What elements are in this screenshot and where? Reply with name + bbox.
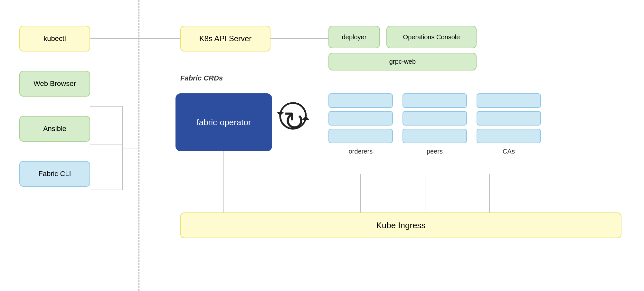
- ansible-box: Ansible: [19, 116, 90, 142]
- grpc-web-box: grpc-web: [328, 53, 477, 70]
- peers-box-1: [402, 93, 467, 108]
- kube-ingress-label: Kube Ingress: [376, 221, 425, 230]
- fabric-crds-label: Fabric CRDs: [180, 74, 223, 82]
- peers-box-2: [402, 111, 467, 126]
- fabric-cli-label: Fabric CLI: [38, 170, 71, 178]
- orderers-stack: orderers: [328, 93, 393, 155]
- cas-box-1: [477, 93, 541, 108]
- diagram-container: kubectl Web Browser Ansible Fabric CLI K…: [0, 0, 644, 291]
- deployer-label: deployer: [342, 33, 367, 41]
- peers-stack: peers: [402, 93, 467, 155]
- web-browser-box: Web Browser: [19, 71, 90, 97]
- ops-console-box: Operations Console: [386, 26, 477, 48]
- grpc-web-label: grpc-web: [389, 58, 416, 65]
- k8s-api-area: K8s API Server: [180, 26, 270, 52]
- ops-console-label: Operations Console: [403, 33, 460, 41]
- cas-stack: CAs: [477, 93, 541, 155]
- cas-box-2: [477, 111, 541, 126]
- kubectl-label: kubectl: [43, 34, 66, 43]
- cas-box-3: [477, 129, 541, 143]
- orderers-box-1: [328, 93, 393, 108]
- fabric-cli-box: Fabric CLI: [19, 161, 90, 187]
- peers-label: peers: [427, 148, 443, 155]
- orderers-box-3: [328, 129, 393, 143]
- right-top-row1: deployer Operations Console: [328, 26, 477, 48]
- orderers-box-2: [328, 111, 393, 126]
- deployer-box: deployer: [328, 26, 380, 48]
- right-components: orderers peers CAs: [328, 93, 541, 155]
- svg-marker-14: [302, 116, 309, 120]
- sync-arrows: [277, 100, 309, 132]
- kube-ingress-box: Kube Ingress: [180, 212, 621, 238]
- cas-label: CAs: [503, 148, 515, 155]
- k8s-api-box: K8s API Server: [180, 26, 270, 52]
- peers-box-3: [402, 129, 467, 143]
- orderers-label: orderers: [349, 148, 373, 155]
- left-column: kubectl Web Browser Ansible Fabric CLI: [19, 26, 90, 187]
- divider-line: [138, 0, 139, 291]
- connector-svg: [0, 0, 644, 291]
- k8s-api-label: K8s API Server: [199, 34, 252, 43]
- kubectl-box: kubectl: [19, 26, 90, 52]
- fabric-operator-label: fabric-operator: [196, 117, 251, 127]
- ansible-label: Ansible: [43, 125, 66, 133]
- fabric-operator-box: fabric-operator: [175, 93, 272, 151]
- right-top-area: deployer Operations Console grpc-web: [328, 26, 477, 70]
- web-browser-label: Web Browser: [33, 80, 76, 88]
